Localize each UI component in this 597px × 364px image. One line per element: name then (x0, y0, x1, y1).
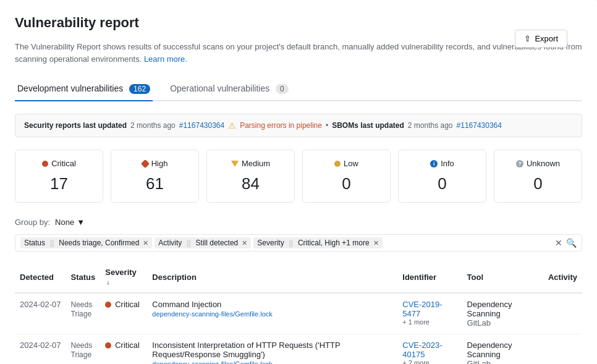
identifier-link-0[interactable]: CVE-2019-5477 (402, 300, 442, 318)
op-vuln-badge: 0 (276, 84, 289, 94)
high-icon (141, 159, 150, 167)
identifier-link-1[interactable]: CVE-2023-40175 (402, 341, 442, 359)
severity-card-low[interactable]: Low 0 (302, 150, 391, 203)
severity-cards: Critical 17 High 61 Medium 84 Low 0 (15, 150, 582, 203)
filter-chip-status: Status || Needs triage, Confirmed ✕ (20, 237, 152, 248)
severity-card-high[interactable]: High 61 (111, 150, 199, 203)
cell-description-1: Inconsistent Interpretation of HTTP Requ… (147, 334, 397, 365)
security-report-link[interactable]: #1167430364 (179, 121, 224, 130)
severity-card-unknown[interactable]: ? Unknown 0 (494, 150, 582, 203)
cell-detected-1: 2024-02-07 (15, 334, 66, 365)
medium-icon (231, 161, 239, 167)
cell-activity-0 (543, 293, 582, 334)
severity-card-medium[interactable]: Medium 84 (206, 150, 295, 203)
cell-activity-1 (543, 334, 582, 365)
cell-tool-1: Dependency ScanningGitLab (462, 334, 543, 365)
desc-link-0[interactable]: dependency-scanning-files/Gemfile.lock (152, 310, 392, 318)
info-icon: i (430, 160, 438, 167)
sbom-link[interactable]: #1167430364 (457, 121, 502, 130)
desc-link-1[interactable]: dependency-scanning-files/Gemfile.lock (152, 360, 392, 364)
col-activity: Activity (543, 261, 582, 293)
cell-description-0: Command Injection dependency-scanning-fi… (147, 293, 397, 334)
filter-status-close[interactable]: ✕ (143, 239, 148, 247)
clear-filter-button[interactable]: ✕ (555, 238, 562, 248)
unknown-icon: ? (516, 160, 523, 167)
page-title: Vulnerability report (15, 15, 139, 31)
page-description: The Vulnerability Report shows results o… (15, 41, 582, 65)
filter-chip-severity: Severity || Critical, High +1 more ✕ (253, 237, 382, 248)
col-status: Status (66, 261, 101, 293)
cell-status-0: NeedsTriage (66, 293, 101, 334)
group-by-select[interactable]: None ▼ (55, 218, 85, 227)
critical-icon (42, 161, 48, 167)
dev-vuln-badge: 162 (129, 84, 150, 94)
vulnerability-table: Detected Status Severity ↓ Description I… (15, 261, 582, 364)
tab-bar: Development vulnerabilities 162 Operatio… (15, 77, 582, 101)
cell-severity-1: Critical (100, 334, 147, 365)
cell-identifier-1: CVE-2023-40175 + 2 more (397, 334, 462, 365)
table-row: 2024-02-07 NeedsTriage Critical Inconsis… (15, 334, 582, 365)
col-severity[interactable]: Severity ↓ (100, 261, 147, 293)
severity-dot-icon (105, 342, 111, 349)
cell-identifier-0: CVE-2019-5477 + 1 more (397, 293, 462, 334)
filter-activity-close[interactable]: ✕ (242, 239, 247, 247)
filter-chip-activity: Activity || Still detected ✕ (155, 237, 251, 248)
filter-severity-close[interactable]: ✕ (373, 239, 379, 247)
security-info-bar: Security reports last updated 2 months a… (15, 114, 582, 137)
export-button[interactable]: ⇧ Export (515, 30, 567, 48)
low-icon (334, 161, 341, 167)
col-detected: Detected (15, 261, 66, 293)
filter-actions: ✕ 🔍 (555, 238, 577, 248)
warning-icon: ⚠ (228, 121, 236, 130)
col-description: Description (147, 261, 397, 293)
col-identifier: Identifier (397, 261, 462, 293)
table-row: 2024-02-07 NeedsTriage Critical Command … (15, 293, 582, 334)
sort-arrow-icon: ↓ (106, 278, 110, 286)
cell-detected-0: 2024-02-07 (15, 293, 66, 334)
col-tool: Tool (462, 261, 543, 293)
cell-severity-0: Critical (100, 293, 147, 334)
chevron-down-icon: ▼ (77, 218, 85, 227)
export-icon: ⇧ (524, 34, 531, 43)
group-by-row: Group by: None ▼ (15, 218, 582, 227)
filter-row: Status || Needs triage, Confirmed ✕ Acti… (15, 234, 582, 252)
cell-status-1: NeedsTriage (66, 334, 101, 365)
severity-card-info[interactable]: i Info 0 (398, 150, 486, 203)
learn-more-link[interactable]: Learn more. (144, 54, 187, 64)
tab-operational[interactable]: Operational vulnerabilities 0 (167, 77, 291, 101)
cell-tool-0: Dependency ScanningGitLab (462, 293, 543, 334)
tab-development[interactable]: Development vulnerabilities 162 (15, 77, 153, 101)
severity-card-critical[interactable]: Critical 17 (15, 150, 103, 203)
search-icon[interactable]: 🔍 (566, 238, 577, 248)
severity-dot-icon (105, 302, 111, 308)
